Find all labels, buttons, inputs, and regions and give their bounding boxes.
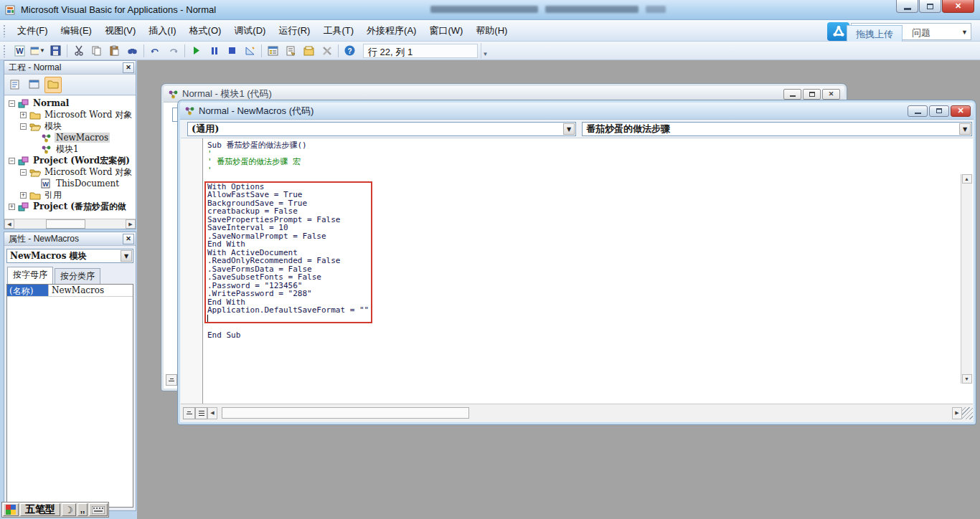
tree-item-label[interactable]: 引用: [43, 189, 63, 201]
menu-item[interactable]: 文件(F): [11, 22, 55, 40]
resize-grip[interactable]: [962, 407, 973, 419]
tree-item-label[interactable]: Microsoft Word 对象: [43, 109, 133, 121]
menu-item[interactable]: 运行(R): [272, 22, 316, 40]
code-margin[interactable]: [181, 138, 203, 404]
object-browser-icon[interactable]: [301, 43, 317, 59]
toolbox-icon[interactable]: [319, 43, 335, 59]
code-line[interactable]: [207, 315, 961, 323]
minimize-button[interactable]: [783, 89, 801, 100]
scroll-left-icon[interactable]: ◀: [4, 219, 14, 229]
project-tree-hscrollbar[interactable]: ◀ ▶: [4, 219, 136, 229]
reset-icon[interactable]: [224, 43, 240, 59]
moon-icon[interactable]: ☽: [62, 503, 76, 516]
code-line[interactable]: With Options: [207, 183, 961, 191]
code-line[interactable]: ': [207, 150, 961, 158]
code-line[interactable]: .WritePassword = "288": [207, 290, 961, 298]
code-line[interactable]: End With: [207, 240, 961, 249]
tree-item-label[interactable]: Project (Word宏案例): [32, 155, 131, 167]
tree-item[interactable]: −Microsoft Word 对象: [4, 166, 136, 178]
scroll-right-icon[interactable]: ▶: [952, 407, 962, 419]
chevron-down-icon[interactable]: ▼: [563, 123, 575, 135]
menu-item[interactable]: 外接程序(A): [360, 22, 423, 40]
properties-panel-close-icon[interactable]: ✕: [123, 234, 134, 244]
menu-item[interactable]: 编辑(E): [55, 22, 98, 40]
tree-expander-icon[interactable]: −: [20, 123, 27, 130]
scroll-thumb[interactable]: [46, 219, 85, 229]
code-line[interactable]: .SaveSubsetFonts = False: [207, 273, 961, 282]
restore-button[interactable]: [919, 0, 941, 13]
word-icon[interactable]: W: [11, 43, 28, 59]
code-line[interactable]: .ReadOnlyRecommended = False: [207, 257, 961, 265]
tree-item[interactable]: +Microsoft Word 对象: [4, 109, 136, 120]
tree-expander-icon[interactable]: +: [20, 112, 27, 118]
insert-object-icon[interactable]: ▼: [29, 43, 46, 59]
chevron-down-icon[interactable]: ▼: [121, 250, 132, 262]
properties-tab[interactable]: 按分类序: [55, 268, 100, 285]
menu-item[interactable]: 帮助(H): [469, 22, 514, 40]
chevron-down-icon[interactable]: ▼: [961, 29, 968, 36]
scroll-up-icon[interactable]: ▲: [962, 174, 972, 184]
scroll-thumb[interactable]: [222, 407, 469, 419]
redo-icon[interactable]: [165, 43, 182, 59]
save-icon[interactable]: [47, 43, 64, 59]
view-code-icon[interactable]: [7, 77, 24, 93]
code-line[interactable]: .SaveNormalPrompt = False: [207, 232, 961, 241]
minimize-button[interactable]: [896, 0, 918, 13]
properties-object-combobox[interactable]: NewMacros 模块 ▼: [6, 249, 133, 263]
properties-window-icon[interactable]: [283, 43, 299, 59]
tree-expander-icon[interactable]: −: [9, 100, 15, 107]
object-combobox[interactable]: (通用) ▼: [187, 122, 576, 136]
ime-logo-icon[interactable]: [3, 503, 19, 516]
procedure-view-icon[interactable]: [166, 374, 177, 386]
restore-button[interactable]: [803, 89, 821, 100]
design-mode-icon[interactable]: [242, 43, 258, 59]
close-button[interactable]: ✕: [942, 0, 974, 13]
tree-item[interactable]: −Normal: [4, 97, 136, 109]
tree-item-label[interactable]: ThisDocument: [55, 178, 121, 189]
menu-item[interactable]: 窗口(W): [423, 22, 469, 40]
tree-item-label[interactable]: Normal: [32, 98, 70, 108]
menu-grip[interactable]: [3, 24, 6, 37]
code-line[interactable]: AllowFastSave = True: [207, 191, 961, 199]
tree-item[interactable]: −Project (Word宏案例): [4, 155, 136, 166]
full-module-view-icon[interactable]: [195, 407, 207, 419]
code-hscrollbar[interactable]: [217, 407, 952, 419]
code-text[interactable]: Sub 番茄炒蛋的做法步骤()'' 番茄炒蛋的做法步骤 宏'With Optio…: [204, 138, 961, 404]
view-object-icon[interactable]: [26, 77, 43, 93]
menu-item[interactable]: 调试(D): [227, 22, 272, 40]
tree-item[interactable]: 模块1: [4, 143, 136, 155]
tree-item[interactable]: +引用: [4, 189, 136, 201]
procedure-combobox[interactable]: 番茄炒蛋的做法步骤 ▼: [582, 122, 972, 136]
restore-button[interactable]: [929, 105, 949, 117]
tree-item-label[interactable]: NewMacros: [55, 133, 110, 143]
code-line[interactable]: Sub 番茄炒蛋的做法步骤(): [207, 141, 961, 150]
code-line[interactable]: SaveInterval = 10: [207, 224, 961, 232]
tree-item-label[interactable]: Microsoft Word 对象: [43, 166, 133, 178]
menu-item[interactable]: 格式(O): [183, 22, 228, 40]
punctuation-icon[interactable]: ,,: [77, 503, 88, 516]
tree-item[interactable]: −模块: [4, 120, 136, 132]
tree-item-label[interactable]: Project (番茄炒蛋的做: [32, 201, 128, 213]
code-line[interactable]: .Password = "123456": [207, 282, 961, 290]
project-panel-close-icon[interactable]: ✕: [123, 62, 134, 73]
project-explorer-icon[interactable]: [265, 43, 281, 59]
toolbar-options-icon[interactable]: ▼: [481, 43, 489, 59]
code-line[interactable]: [207, 323, 961, 331]
code-line[interactable]: BackgroundSave = True: [207, 199, 961, 208]
property-name[interactable]: (名称): [7, 285, 49, 296]
copy-icon[interactable]: [88, 43, 105, 59]
break-icon[interactable]: [206, 43, 222, 59]
procedure-view-icon[interactable]: [183, 407, 195, 419]
property-row[interactable]: (名称)NewMacros: [7, 285, 133, 297]
tree-expander-icon[interactable]: −: [9, 158, 15, 164]
tree-item[interactable]: WThisDocument: [4, 178, 136, 189]
code-line[interactable]: Application.DefaultSaveFormat = "": [207, 306, 961, 315]
tree-item[interactable]: +Project (番茄炒蛋的做: [4, 201, 136, 212]
scroll-right-icon[interactable]: ▶: [126, 219, 136, 229]
menu-item[interactable]: 工具(T): [316, 22, 360, 40]
cut-icon[interactable]: [70, 43, 87, 59]
tree-expander-icon[interactable]: +: [20, 192, 27, 199]
code-line[interactable]: End Sub: [207, 331, 961, 340]
close-button[interactable]: ✕: [951, 105, 971, 117]
undo-icon[interactable]: [147, 43, 164, 59]
